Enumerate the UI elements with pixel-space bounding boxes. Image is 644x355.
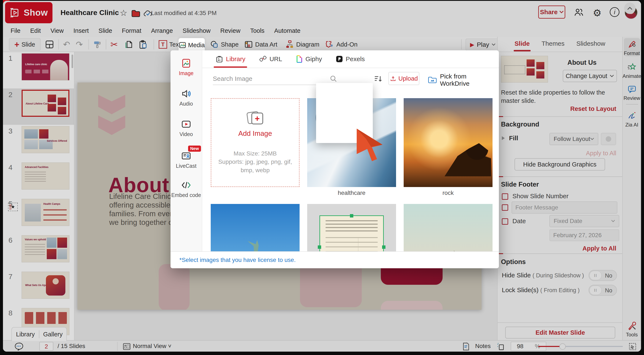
media-rail-audio-label: Audio	[180, 101, 193, 107]
media-icon	[178, 41, 186, 49]
sort-icon[interactable]	[374, 74, 383, 83]
url-link-icon	[259, 55, 267, 63]
media-rail-video[interactable]: Video	[170, 119, 202, 137]
desktop: Show Healthcare Clinic ☆ Last modified a…	[0, 0, 644, 355]
tab-giphy[interactable]: Giphy	[296, 50, 322, 68]
media-rail-audio[interactable]: Audio	[170, 88, 202, 107]
sort-option[interactable]	[316, 98, 373, 112]
audio-icon	[181, 88, 192, 99]
media-rail-livecast-label: LiveCast	[176, 163, 196, 169]
tab-url[interactable]: URL	[259, 50, 282, 68]
media-rail-image-label: Image	[179, 70, 193, 76]
media-rail-embed-label: Embed code	[171, 192, 201, 198]
pick-from-workdrive-button[interactable]: Pick from WorkDrive	[428, 73, 492, 87]
tab-library[interactable]: Library	[215, 50, 246, 68]
library-image-rock[interactable]	[404, 98, 492, 187]
media-type-rail: Image Audio Video New LiveCast Emb	[170, 50, 202, 268]
image-icon	[181, 58, 192, 68]
supported-formats-label: Supports: jpg, jpeg, png, gif, bmp, webp	[217, 158, 293, 174]
search-icon[interactable]	[329, 74, 338, 83]
image-label: healthcare	[307, 190, 396, 196]
app-window: Show Healthcare Clinic ☆ Last modified a…	[3, 1, 641, 352]
media-rail-image[interactable]: Image	[170, 58, 202, 76]
giphy-icon	[296, 55, 303, 63]
video-icon	[181, 119, 192, 130]
media-rail-embed[interactable]: Embed code	[170, 180, 202, 198]
pexels-icon	[336, 55, 343, 63]
max-size-label: Max Size: 25MB	[217, 149, 293, 158]
add-image-tile[interactable]: + Add Image Max Size: 25MB Supports: jpg…	[211, 98, 300, 187]
add-image-label: Add Image	[238, 130, 272, 138]
dialog-footer: *Select images that you have license to …	[170, 251, 499, 268]
library-icon	[215, 55, 224, 63]
workdrive-folder-icon	[428, 76, 437, 84]
library-image[interactable]	[404, 204, 492, 251]
upload-icon	[390, 75, 396, 82]
license-note: *Select images that you have license to …	[180, 256, 296, 264]
media-rail-livecast[interactable]: New LiveCast	[170, 151, 202, 169]
livecast-icon	[181, 151, 192, 161]
insert-media-button[interactable]: Media	[178, 38, 205, 52]
sort-option[interactable]	[316, 85, 373, 98]
new-badge: New	[188, 146, 201, 152]
media-rail-video-label: Video	[180, 131, 193, 137]
add-photos-icon: +	[247, 111, 263, 126]
mouse-cursor	[356, 128, 384, 162]
library-image[interactable]	[211, 204, 300, 251]
tab-pexels[interactable]: Pexels	[336, 50, 365, 68]
media-source-tabs: Library URL Giphy Pexels	[202, 50, 499, 68]
sort-option[interactable]	[316, 112, 373, 126]
embed-code-icon	[181, 180, 192, 190]
library-image-selected[interactable]	[307, 204, 396, 251]
upload-button[interactable]: Upload	[388, 72, 419, 85]
image-label: rock	[404, 190, 492, 196]
